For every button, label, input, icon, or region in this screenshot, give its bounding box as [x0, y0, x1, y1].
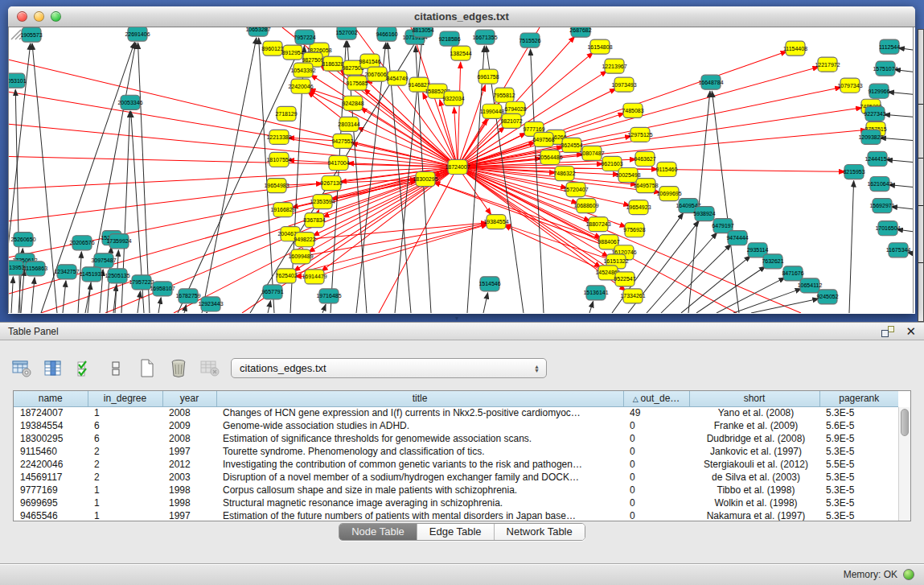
table-cell[interactable]: 1 — [88, 484, 162, 496]
table-cell[interactable]: 0 — [623, 509, 689, 521]
column-header-name[interactable]: name — [14, 391, 88, 406]
tab-network-table[interactable]: Network Table — [495, 524, 585, 540]
table-cell[interactable]: 9777169 — [14, 484, 88, 496]
table-cell[interactable]: Genome-wide association studies in ADHD. — [216, 419, 623, 432]
table-vertical-scrollbar[interactable] — [898, 407, 910, 521]
table-cell[interactable]: 2003 — [162, 471, 216, 484]
column-header-outde[interactable]: △out_de… — [623, 391, 689, 406]
table-row[interactable]: 1872400712008Changes of HCN gene express… — [14, 406, 898, 419]
table-cell[interactable]: 18300295 — [14, 432, 88, 445]
row-height-icon[interactable] — [105, 358, 126, 379]
tab-node-table[interactable]: Node Table — [339, 524, 417, 540]
table-cell[interactable]: Corpus callosum shape and size in male p… — [216, 484, 623, 496]
table-row[interactable]: 969969511998Structural magnetic resonanc… — [14, 496, 898, 509]
table-cell[interactable]: Wolkin et al. (1998) — [689, 496, 819, 509]
table-cell[interactable]: 1 — [88, 406, 162, 419]
table-cell[interactable]: Changes of HCN gene expression and I(f) … — [216, 406, 623, 419]
table-cell[interactable]: 1997 — [162, 445, 216, 458]
table-cell[interactable]: de Silva et al. (2003) — [689, 471, 819, 484]
table-cell[interactable]: 5.6E-5 — [819, 419, 898, 432]
table-settings-icon[interactable] — [11, 358, 32, 379]
network-window-titlebar[interactable]: citations_edges.txt — [8, 6, 915, 27]
tab-edge-table[interactable]: Edge Table — [417, 524, 495, 540]
table-cell[interactable]: 0 — [623, 458, 689, 471]
scrollbar-thumb[interactable] — [901, 409, 909, 436]
table-cell[interactable]: Dudbridge et al. (2008) — [689, 432, 819, 445]
create-column-icon[interactable] — [137, 358, 158, 379]
column-header-title[interactable]: title — [216, 391, 623, 406]
table-cell[interactable]: 0 — [623, 445, 689, 458]
table-cell[interactable]: 0 — [623, 432, 689, 445]
table-cell[interactable]: 1 — [88, 509, 162, 521]
column-header-short[interactable]: short — [689, 391, 819, 406]
table-cell[interactable]: 5.3E-5 — [819, 406, 898, 419]
table-cell[interactable]: 1 — [88, 496, 162, 509]
table-cell[interactable]: Estimation of the future numbers of pati… — [216, 509, 623, 521]
table-cell[interactable]: 19384554 — [14, 419, 88, 432]
table-cell[interactable]: 0 — [623, 484, 689, 496]
table-cell[interactable]: 1998 — [162, 484, 216, 496]
delete-table-icon[interactable] — [199, 358, 220, 379]
table-cell[interactable]: 5.5E-5 — [819, 458, 898, 471]
table-cell[interactable]: 6 — [88, 419, 162, 432]
table-cell[interactable]: Tibbo et al. (1998) — [689, 484, 819, 496]
table-cell[interactable]: 49 — [623, 406, 689, 419]
table-cell[interactable]: 2009 — [162, 419, 216, 432]
table-cell[interactable]: 2008 — [162, 432, 216, 445]
table-cell[interactable]: 6 — [88, 432, 162, 445]
panel-splitter-handle[interactable]: ▾ — [455, 315, 458, 322]
close-panel-icon[interactable]: ✕ — [906, 326, 916, 337]
table-cell[interactable]: 1998 — [162, 496, 216, 509]
table-row[interactable]: 2242004622012Investigating the contribut… — [14, 458, 898, 471]
table-cell[interactable]: 5.3E-5 — [819, 509, 898, 521]
table-row[interactable]: 1456911722003Disruption of a novel membe… — [14, 471, 898, 484]
network-view-window[interactable]: citations_edges.txt 18724007183002951938… — [8, 6, 915, 314]
zoom-window-button[interactable] — [51, 11, 61, 22]
table-cell[interactable]: Nakamura et al. (1997) — [689, 509, 819, 521]
table-cell[interactable]: 2012 — [162, 458, 216, 471]
table-cell[interactable]: 9699695 — [14, 496, 88, 509]
table-selector-dropdown[interactable]: citations_edges.txt ▲▼ — [231, 358, 547, 378]
table-cell[interactable]: 14569117 — [14, 471, 88, 484]
minimize-window-button[interactable] — [34, 11, 44, 22]
table-cell[interactable]: Tourette syndrome. Phenomenology and cla… — [216, 445, 623, 458]
table-cell[interactable]: 2 — [88, 445, 162, 458]
select-columns-icon[interactable] — [43, 358, 64, 379]
show-hide-checklist-icon[interactable] — [74, 358, 95, 379]
table-cell[interactable]: Stergiakouli et al. (2012) — [689, 458, 819, 471]
table-cell[interactable]: 5.9E-5 — [819, 432, 898, 445]
table-row[interactable]: 1938455462009Genome-wide association stu… — [14, 419, 898, 432]
table-cell[interactable]: 5.3E-5 — [819, 445, 898, 458]
column-header-pagerank[interactable]: pagerank — [819, 391, 898, 406]
table-cell[interactable]: 18724007 — [14, 406, 88, 419]
table-cell[interactable]: 0 — [623, 496, 689, 509]
table-cell[interactable]: 9115460 — [14, 445, 88, 458]
table-cell[interactable]: 0 — [623, 471, 689, 484]
table-row[interactable]: 946554611997Estimation of the future num… — [14, 509, 898, 521]
table-cell[interactable]: 22420046 — [14, 458, 88, 471]
table-cell[interactable]: 9465546 — [14, 509, 88, 521]
table-cell[interactable]: 0 — [623, 419, 689, 432]
table-cell[interactable]: Investigating the contribution of common… — [216, 458, 623, 471]
table-cell[interactable]: Yano et al. (2008) — [689, 406, 819, 419]
table-row[interactable]: 1830029562008Estimation of significance … — [14, 432, 898, 445]
delete-column-icon[interactable] — [168, 358, 189, 379]
table-cell[interactable]: 5.3E-5 — [819, 496, 898, 509]
table-cell[interactable]: 5.3E-5 — [819, 471, 898, 484]
column-header-indegree[interactable]: in_degree — [88, 391, 162, 406]
table-row[interactable]: 911546021997Tourette syndrome. Phenomeno… — [14, 445, 898, 458]
table-cell[interactable]: Disruption of a novel member of a sodium… — [216, 471, 623, 484]
column-header-year[interactable]: year — [162, 391, 216, 406]
network-canvas[interactable]: 1872400718300295193845548960123891295418… — [8, 27, 914, 313]
table-cell[interactable]: Estimation of significance thresholds fo… — [216, 432, 623, 445]
table-row[interactable]: 977716911998Corpus callosum shape and si… — [14, 484, 898, 496]
table-cell[interactable]: 2008 — [162, 406, 216, 419]
table-cell[interactable]: 2 — [88, 458, 162, 471]
table-cell[interactable]: Jankovic et al. (1997) — [689, 445, 819, 458]
table-cell[interactable]: 5.3E-5 — [819, 484, 898, 496]
table-cell[interactable]: Franke et al. (2009) — [689, 419, 819, 432]
table-cell[interactable]: 1997 — [162, 509, 216, 521]
float-panel-icon[interactable] — [881, 326, 894, 337]
table-cell[interactable]: 2 — [88, 471, 162, 484]
close-window-button[interactable] — [17, 11, 27, 22]
